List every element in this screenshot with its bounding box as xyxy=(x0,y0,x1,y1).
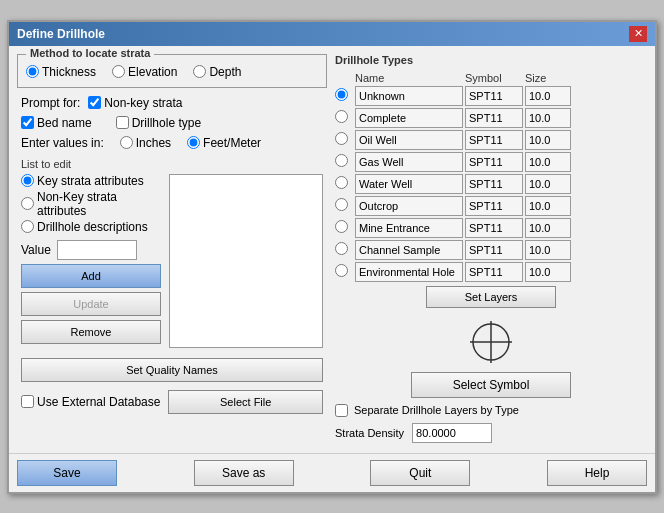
dt-name-input[interactable] xyxy=(355,130,463,150)
method-depth-label: Depth xyxy=(209,65,241,79)
method-group: Method to locate strata Thickness Elevat… xyxy=(17,54,327,88)
dt-row-radio[interactable] xyxy=(335,220,348,233)
dt-row xyxy=(335,152,647,172)
dt-row-radio[interactable] xyxy=(335,132,348,145)
method-thickness-radio[interactable] xyxy=(26,65,39,78)
feet-meter-radio[interactable] xyxy=(187,136,200,149)
title-bar: Define Drillhole ✕ xyxy=(9,22,655,46)
key-strata-radio[interactable] xyxy=(21,174,34,187)
dt-row-radio[interactable] xyxy=(335,242,348,255)
method-elevation-option[interactable]: Elevation xyxy=(112,65,177,79)
dt-row xyxy=(335,174,647,194)
drillhole-type-checkbox[interactable] xyxy=(116,116,129,129)
non-key-strata-list-option[interactable]: Non-Key strata attributes xyxy=(21,190,161,218)
dt-name-input[interactable] xyxy=(355,174,463,194)
units-section: Enter values in: Inches Feet/Meter xyxy=(17,136,327,150)
close-button[interactable]: ✕ xyxy=(629,26,647,42)
dt-name-input[interactable] xyxy=(355,196,463,216)
value-input[interactable] xyxy=(57,240,137,260)
bed-name-option[interactable]: Bed name xyxy=(21,116,92,130)
add-button[interactable]: Add xyxy=(21,264,161,288)
drillhole-types-title: Drillhole Types xyxy=(335,54,647,66)
use-external-db-checkbox[interactable] xyxy=(21,395,34,408)
dt-name-input[interactable] xyxy=(355,218,463,238)
method-elevation-label: Elevation xyxy=(128,65,177,79)
dt-size-input[interactable] xyxy=(525,130,571,150)
dt-row-radio[interactable] xyxy=(335,198,348,211)
bed-name-checkbox[interactable] xyxy=(21,116,34,129)
select-file-button[interactable]: Select File xyxy=(168,390,323,414)
set-quality-names-button[interactable]: Set Quality Names xyxy=(21,358,323,382)
dt-sym-input[interactable] xyxy=(465,174,523,194)
dt-size-input[interactable] xyxy=(525,152,571,172)
dt-name-input[interactable] xyxy=(355,262,463,282)
dt-size-input[interactable] xyxy=(525,86,571,106)
method-thickness-option[interactable]: Thickness xyxy=(26,65,96,79)
density-label: Strata Density xyxy=(335,427,404,439)
dt-sym-input[interactable] xyxy=(465,108,523,128)
method-depth-option[interactable]: Depth xyxy=(193,65,241,79)
save-as-button[interactable]: Save as xyxy=(194,460,294,486)
dt-row-radio[interactable] xyxy=(335,176,348,189)
method-thickness-label: Thickness xyxy=(42,65,96,79)
prompt-label: Prompt for: xyxy=(21,96,80,110)
set-layers-button[interactable]: Set Layers xyxy=(426,286,556,308)
feet-meter-option[interactable]: Feet/Meter xyxy=(187,136,261,150)
inches-radio[interactable] xyxy=(120,136,133,149)
dt-sym-input[interactable] xyxy=(465,130,523,150)
dt-sym-input[interactable] xyxy=(465,262,523,282)
update-button[interactable]: Update xyxy=(21,292,161,316)
drillhole-desc-option[interactable]: Drillhole descriptions xyxy=(21,220,161,234)
density-input[interactable] xyxy=(412,423,492,443)
dt-size-input[interactable] xyxy=(525,218,571,238)
dt-size-input[interactable] xyxy=(525,174,571,194)
method-depth-radio[interactable] xyxy=(193,65,206,78)
key-strata-option[interactable]: Key strata attributes xyxy=(21,174,161,188)
dt-sym-input[interactable] xyxy=(465,196,523,216)
separate-row: Separate Drillhole Layers by Type xyxy=(335,404,647,417)
list-edit-label: List to edit xyxy=(21,158,323,170)
dt-name-input[interactable] xyxy=(355,108,463,128)
dt-row-radio[interactable] xyxy=(335,154,348,167)
dt-name-input[interactable] xyxy=(355,152,463,172)
non-key-strata-checkbox[interactable] xyxy=(88,96,101,109)
dt-sym-input[interactable] xyxy=(465,218,523,238)
dt-row xyxy=(335,196,647,216)
dt-size-input[interactable] xyxy=(525,262,571,282)
drillhole-desc-radio[interactable] xyxy=(21,220,34,233)
non-key-strata-option[interactable]: Non-key strata xyxy=(88,96,182,110)
non-key-strata-list-label: Non-Key strata attributes xyxy=(37,190,161,218)
list-controls: Key strata attributes Non-Key strata att… xyxy=(21,174,161,348)
dt-row-radio[interactable] xyxy=(335,88,348,101)
dt-name-input[interactable] xyxy=(355,86,463,106)
density-row: Strata Density xyxy=(335,423,647,443)
dt-size-input[interactable] xyxy=(525,240,571,260)
save-button[interactable]: Save xyxy=(17,460,117,486)
drillhole-type-option[interactable]: Drillhole type xyxy=(116,116,201,130)
dt-sym-input[interactable] xyxy=(465,152,523,172)
list-box[interactable] xyxy=(169,174,323,348)
bottom-buttons: Save Save as Quit Help xyxy=(9,453,655,492)
list-edit-row: Key strata attributes Non-Key strata att… xyxy=(21,174,323,348)
non-key-strata-list-radio[interactable] xyxy=(21,197,34,210)
dt-size-input[interactable] xyxy=(525,196,571,216)
dt-row-radio[interactable] xyxy=(335,264,348,277)
dt-header: Name Symbol Size xyxy=(335,72,647,84)
dt-name-input[interactable] xyxy=(355,240,463,260)
ext-db-row: Use External Database Select File xyxy=(17,390,327,414)
use-external-db-option[interactable]: Use External Database xyxy=(21,395,160,409)
dt-size-input[interactable] xyxy=(525,108,571,128)
method-elevation-radio[interactable] xyxy=(112,65,125,78)
quit-button[interactable]: Quit xyxy=(370,460,470,486)
separate-layers-checkbox[interactable] xyxy=(335,404,348,417)
key-strata-label: Key strata attributes xyxy=(37,174,144,188)
help-button[interactable]: Help xyxy=(547,460,647,486)
dt-sym-input[interactable] xyxy=(465,240,523,260)
dt-sym-input[interactable] xyxy=(465,86,523,106)
quality-section: Set Quality Names xyxy=(17,348,327,390)
remove-button[interactable]: Remove xyxy=(21,320,161,344)
value-row: Value xyxy=(21,240,161,260)
inches-option[interactable]: Inches xyxy=(120,136,171,150)
select-symbol-button[interactable]: Select Symbol xyxy=(411,372,571,398)
dt-row-radio[interactable] xyxy=(335,110,348,123)
